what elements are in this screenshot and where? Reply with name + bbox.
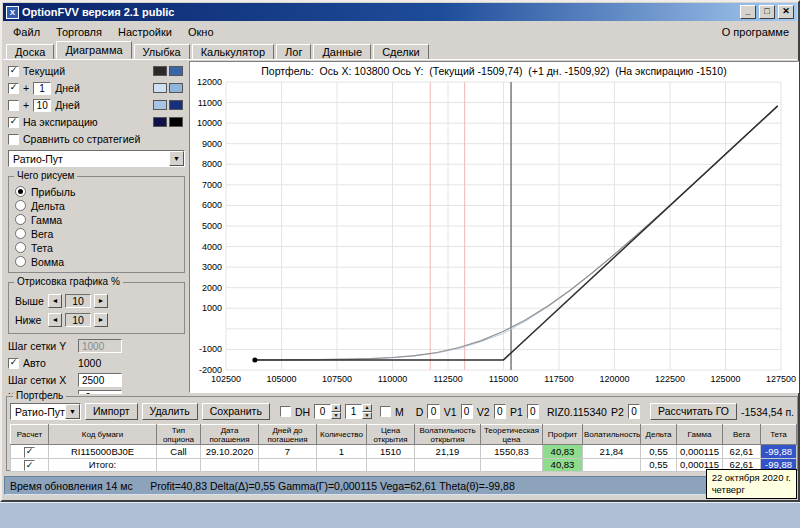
d-input[interactable]: 0 — [427, 404, 439, 419]
row-calc-checkbox[interactable] — [24, 447, 35, 458]
table-cell[interactable]: 40,83 — [543, 458, 583, 472]
v2-input[interactable]: 0 — [494, 404, 506, 419]
chevron-down-icon[interactable]: ▼ — [65, 404, 80, 419]
color-swatch[interactable] — [169, 83, 183, 93]
title-bar[interactable]: X OptionFVV версия 2.1 public _ □ ✕ — [3, 3, 797, 21]
column-header[interactable]: Вега — [723, 425, 761, 445]
row-calc-checkbox[interactable] — [24, 460, 35, 471]
dh-value-2[interactable]: 1 — [345, 404, 362, 419]
maximize-button[interactable]: □ — [759, 5, 775, 19]
table-cell[interactable] — [201, 458, 259, 472]
taskbar[interactable]: RU 22:15 22.10.2020 — [0, 502, 800, 528]
plus10-days-input[interactable]: 10 — [33, 99, 51, 112]
plus1-days-input[interactable]: 1 — [33, 82, 51, 95]
profit-radio[interactable] — [15, 186, 26, 197]
decrement-button[interactable]: ◄ — [48, 313, 62, 327]
spinner-arrows[interactable]: ▲▼ — [331, 404, 341, 419]
tab-deals[interactable]: Сделки — [373, 44, 429, 59]
table-cell[interactable]: 0,55 — [641, 458, 677, 472]
spinner-arrows[interactable]: ▲▼ — [362, 404, 372, 419]
calc-margin-button[interactable]: Рассчитать ГО — [650, 403, 737, 420]
dh-spin-2[interactable]: 1 ▲▼ — [345, 404, 372, 419]
grid-step-y-input[interactable]: 1000 — [78, 339, 122, 353]
table-cell[interactable]: 1510 — [367, 445, 415, 459]
above-value[interactable]: 10 — [65, 294, 91, 308]
table-cell[interactable] — [481, 458, 543, 472]
chevron-down-icon[interactable]: ▼ — [169, 151, 184, 166]
tab-data[interactable]: Данные — [313, 44, 371, 59]
table-row[interactable]: RI115000BJ0ECall29.10.202071151021,19155… — [11, 445, 797, 459]
v1-input[interactable]: 0 — [461, 404, 473, 419]
table-cell[interactable]: 29.10.2020 — [201, 445, 259, 459]
column-header[interactable]: Тета — [761, 425, 797, 445]
gamma-radio[interactable] — [15, 214, 26, 225]
tab-calculator[interactable]: Калькулятор — [192, 44, 274, 59]
table-cell[interactable]: Итого: — [49, 458, 157, 472]
menu-settings[interactable]: Настройки — [110, 24, 180, 40]
column-header[interactable]: Гамма — [677, 425, 723, 445]
column-header[interactable]: Цена открытия — [367, 425, 415, 445]
vega-radio[interactable] — [15, 228, 26, 239]
chart-area[interactable]: Портфель: Ось X: 103800 Ось Y: (Текущий … — [189, 61, 799, 393]
increment-button[interactable]: ► — [94, 294, 108, 308]
import-button[interactable]: Импорт — [85, 403, 138, 420]
menu-file[interactable]: Файл — [5, 24, 48, 40]
tab-log[interactable]: Лог — [276, 44, 311, 59]
delete-button[interactable]: Удалить — [142, 403, 198, 420]
auto-checkbox[interactable] — [8, 358, 19, 369]
m-checkbox[interactable] — [380, 406, 391, 417]
grid-step-x-input[interactable]: 2500 — [78, 373, 122, 387]
table-cell[interactable] — [157, 458, 201, 472]
plus10-checkbox[interactable] — [8, 100, 19, 111]
profit-chart[interactable]: 1200011000100009000800070006000500040003… — [190, 78, 797, 390]
column-header[interactable]: Профит — [543, 425, 583, 445]
color-swatch[interactable] — [153, 83, 167, 93]
tab-board[interactable]: Доска — [6, 44, 54, 59]
close-button[interactable]: ✕ — [778, 5, 794, 19]
increment-button[interactable]: ► — [94, 313, 108, 327]
table-cell[interactable]: 21,19 — [415, 445, 481, 459]
portfolio-strategy-select[interactable]: Ратио-Пут ▼ — [10, 403, 81, 420]
column-header[interactable]: Количество — [317, 425, 367, 445]
color-swatch[interactable] — [153, 66, 167, 76]
current-checkbox[interactable] — [8, 66, 19, 77]
table-row[interactable]: Итого:40,830,550,00011562,61-99,88 — [11, 458, 797, 472]
column-header[interactable]: Тип опциона — [157, 425, 201, 445]
table-cell[interactable]: 0,55 — [641, 445, 677, 459]
column-header[interactable]: Дней до погашения — [259, 425, 317, 445]
sko-input[interactable]: -2 — [78, 390, 122, 394]
menu-window[interactable]: Окно — [180, 24, 222, 40]
color-swatch[interactable] — [169, 66, 183, 76]
dh-value-1[interactable]: 0 — [314, 404, 331, 419]
column-header[interactable]: Дата погашения — [201, 425, 259, 445]
table-cell[interactable]: -99,88 — [761, 445, 797, 459]
dh-spin-1[interactable]: 0 ▲▼ — [314, 404, 341, 419]
color-swatch[interactable] — [169, 100, 183, 110]
dh-checkbox[interactable] — [280, 406, 291, 417]
theta-radio[interactable] — [15, 242, 26, 253]
strategy-select[interactable]: Ратио-Пут ▼ — [8, 150, 185, 167]
delta-radio[interactable] — [15, 200, 26, 211]
table-cell[interactable] — [317, 458, 367, 472]
p2-input[interactable]: 0 — [628, 404, 640, 419]
table-cell[interactable]: 0,000115 — [677, 445, 723, 459]
color-swatch[interactable] — [169, 117, 183, 127]
menu-about[interactable]: О программе — [716, 24, 795, 40]
color-swatch[interactable] — [153, 100, 167, 110]
tab-smile[interactable]: Улыбка — [134, 44, 190, 59]
tab-diagram[interactable]: Диаграмма — [56, 41, 131, 59]
table-cell[interactable]: 1550,83 — [481, 445, 543, 459]
table-cell[interactable]: 7 — [259, 445, 317, 459]
table-cell[interactable]: Call — [157, 445, 201, 459]
table-cell[interactable] — [367, 458, 415, 472]
column-header[interactable]: Теоретическая цена — [481, 425, 543, 445]
compare-checkbox[interactable] — [8, 134, 19, 145]
table-cell[interactable]: RI115000BJ0E — [49, 445, 157, 459]
plus1-checkbox[interactable] — [8, 83, 19, 94]
menu-trading[interactable]: Торговля — [48, 24, 110, 40]
table-cell[interactable]: 40,83 — [543, 445, 583, 459]
column-header[interactable]: Волатильность — [583, 425, 641, 445]
decrement-button[interactable]: ◄ — [48, 294, 62, 308]
table-cell[interactable]: 21,84 — [583, 445, 641, 459]
p1-input[interactable]: 0 — [527, 404, 539, 419]
